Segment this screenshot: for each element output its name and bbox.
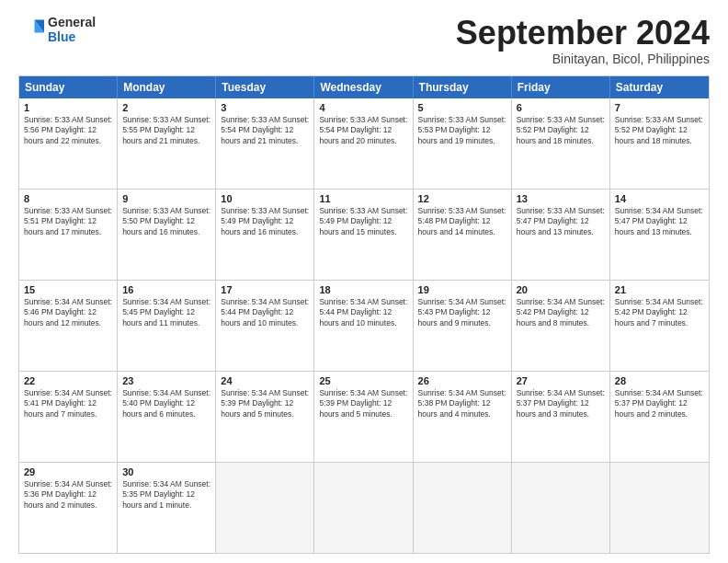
calendar-cell: 26Sunrise: 5:34 AM Sunset: 5:38 PM Dayli…: [414, 372, 512, 462]
calendar-cell: 11Sunrise: 5:33 AM Sunset: 5:49 PM Dayli…: [314, 190, 413, 280]
calendar-cell: 1Sunrise: 5:33 AM Sunset: 5:56 PM Daylig…: [19, 98, 118, 189]
calendar: Sunday Monday Tuesday Wednesday Thursday…: [18, 75, 710, 554]
calendar-cell: 8Sunrise: 5:33 AM Sunset: 5:51 PM Daylig…: [19, 190, 118, 280]
day-content: Sunrise: 5:33 AM Sunset: 5:47 PM Dayligh…: [517, 206, 605, 237]
calendar-cell: [610, 463, 709, 553]
header-tuesday: Tuesday: [216, 76, 314, 98]
day-number: 12: [418, 193, 506, 204]
day-number: 16: [122, 284, 210, 295]
day-number: 27: [517, 375, 605, 386]
day-content: Sunrise: 5:33 AM Sunset: 5:54 PM Dayligh…: [221, 115, 309, 146]
day-content: Sunrise: 5:33 AM Sunset: 5:54 PM Dayligh…: [319, 115, 407, 146]
calendar-cell: 28Sunrise: 5:34 AM Sunset: 5:37 PM Dayli…: [610, 372, 709, 462]
day-content: Sunrise: 5:34 AM Sunset: 5:44 PM Dayligh…: [319, 297, 407, 328]
header-thursday: Thursday: [414, 76, 512, 98]
day-content: Sunrise: 5:34 AM Sunset: 5:36 PM Dayligh…: [24, 479, 112, 511]
day-content: Sunrise: 5:34 AM Sunset: 5:42 PM Dayligh…: [517, 297, 605, 328]
calendar-cell: 16Sunrise: 5:34 AM Sunset: 5:45 PM Dayli…: [118, 281, 216, 371]
day-number: 20: [517, 284, 605, 295]
calendar-cell: 25Sunrise: 5:34 AM Sunset: 5:39 PM Dayli…: [314, 372, 413, 462]
day-number: 4: [319, 102, 407, 113]
calendar-cell: 5Sunrise: 5:33 AM Sunset: 5:53 PM Daylig…: [414, 98, 512, 189]
day-content: Sunrise: 5:33 AM Sunset: 5:48 PM Dayligh…: [418, 206, 506, 237]
day-number: 7: [615, 102, 704, 113]
calendar-row: 1Sunrise: 5:33 AM Sunset: 5:56 PM Daylig…: [19, 98, 709, 189]
calendar-cell: 27Sunrise: 5:34 AM Sunset: 5:37 PM Dayli…: [512, 372, 610, 462]
header-monday: Monday: [118, 76, 216, 98]
day-content: Sunrise: 5:33 AM Sunset: 5:55 PM Dayligh…: [122, 115, 210, 146]
header-wednesday: Wednesday: [314, 76, 413, 98]
day-content: Sunrise: 5:34 AM Sunset: 5:46 PM Dayligh…: [24, 297, 112, 328]
calendar-cell: [512, 463, 610, 553]
calendar-cell: 17Sunrise: 5:34 AM Sunset: 5:44 PM Dayli…: [216, 281, 314, 371]
logo-icon: [18, 17, 44, 42]
subtitle: Binitayan, Bicol, Philippines: [456, 52, 710, 66]
logo: General Blue: [18, 15, 96, 44]
day-content: Sunrise: 5:33 AM Sunset: 5:49 PM Dayligh…: [319, 206, 407, 237]
month-title: September 2024: [456, 15, 710, 52]
calendar-cell: 9Sunrise: 5:33 AM Sunset: 5:50 PM Daylig…: [118, 190, 216, 280]
day-content: Sunrise: 5:34 AM Sunset: 5:41 PM Dayligh…: [24, 388, 112, 419]
day-number: 22: [24, 375, 112, 386]
calendar-cell: 24Sunrise: 5:34 AM Sunset: 5:39 PM Dayli…: [216, 372, 314, 462]
calendar-cell: [216, 463, 314, 553]
day-number: 29: [24, 466, 112, 477]
day-number: 6: [517, 102, 605, 113]
day-number: 11: [319, 193, 407, 204]
day-content: Sunrise: 5:34 AM Sunset: 5:42 PM Dayligh…: [615, 297, 704, 328]
calendar-cell: 18Sunrise: 5:34 AM Sunset: 5:44 PM Dayli…: [314, 281, 413, 371]
calendar-row: 22Sunrise: 5:34 AM Sunset: 5:41 PM Dayli…: [19, 371, 709, 462]
day-content: Sunrise: 5:33 AM Sunset: 5:52 PM Dayligh…: [615, 115, 704, 146]
calendar-row: 8Sunrise: 5:33 AM Sunset: 5:51 PM Daylig…: [19, 189, 709, 280]
header: General Blue September 2024 Binitayan, B…: [18, 15, 710, 66]
day-number: 14: [615, 193, 704, 204]
logo-text: General Blue: [48, 15, 96, 44]
calendar-cell: 12Sunrise: 5:33 AM Sunset: 5:48 PM Dayli…: [414, 190, 512, 280]
day-number: 15: [24, 284, 112, 295]
calendar-cell: 3Sunrise: 5:33 AM Sunset: 5:54 PM Daylig…: [216, 98, 314, 189]
day-content: Sunrise: 5:33 AM Sunset: 5:51 PM Dayligh…: [24, 206, 112, 237]
day-number: 28: [615, 375, 704, 386]
day-number: 2: [122, 102, 210, 113]
calendar-row: 15Sunrise: 5:34 AM Sunset: 5:46 PM Dayli…: [19, 280, 709, 371]
day-content: Sunrise: 5:34 AM Sunset: 5:37 PM Dayligh…: [517, 388, 605, 419]
header-sunday: Sunday: [19, 76, 118, 98]
day-content: Sunrise: 5:34 AM Sunset: 5:47 PM Dayligh…: [615, 206, 704, 237]
calendar-cell: 21Sunrise: 5:34 AM Sunset: 5:42 PM Dayli…: [610, 281, 709, 371]
day-number: 25: [319, 375, 407, 386]
day-number: 18: [319, 284, 407, 295]
calendar-cell: 30Sunrise: 5:34 AM Sunset: 5:35 PM Dayli…: [118, 463, 216, 553]
page: General Blue September 2024 Binitayan, B…: [0, 0, 728, 563]
day-content: Sunrise: 5:34 AM Sunset: 5:40 PM Dayligh…: [122, 388, 210, 419]
calendar-cell: [314, 463, 413, 553]
day-number: 8: [24, 193, 112, 204]
day-number: 13: [517, 193, 605, 204]
calendar-cell: 22Sunrise: 5:34 AM Sunset: 5:41 PM Dayli…: [19, 372, 118, 462]
day-number: 26: [418, 375, 506, 386]
calendar-cell: 13Sunrise: 5:33 AM Sunset: 5:47 PM Dayli…: [512, 190, 610, 280]
day-content: Sunrise: 5:33 AM Sunset: 5:49 PM Dayligh…: [221, 206, 309, 237]
calendar-cell: [414, 463, 512, 553]
day-content: Sunrise: 5:34 AM Sunset: 5:38 PM Dayligh…: [418, 388, 506, 419]
day-content: Sunrise: 5:33 AM Sunset: 5:52 PM Dayligh…: [517, 115, 605, 146]
day-number: 21: [615, 284, 704, 295]
day-number: 1: [24, 102, 112, 113]
calendar-cell: 19Sunrise: 5:34 AM Sunset: 5:43 PM Dayli…: [414, 281, 512, 371]
calendar-cell: 14Sunrise: 5:34 AM Sunset: 5:47 PM Dayli…: [610, 190, 709, 280]
day-number: 17: [221, 284, 309, 295]
header-friday: Friday: [512, 76, 610, 98]
day-content: Sunrise: 5:34 AM Sunset: 5:44 PM Dayligh…: [221, 297, 309, 328]
calendar-cell: 7Sunrise: 5:33 AM Sunset: 5:52 PM Daylig…: [610, 98, 709, 189]
calendar-cell: 23Sunrise: 5:34 AM Sunset: 5:40 PM Dayli…: [118, 372, 216, 462]
calendar-header: Sunday Monday Tuesday Wednesday Thursday…: [19, 76, 709, 98]
day-number: 10: [221, 193, 309, 204]
calendar-cell: 10Sunrise: 5:33 AM Sunset: 5:49 PM Dayli…: [216, 190, 314, 280]
day-content: Sunrise: 5:34 AM Sunset: 5:39 PM Dayligh…: [319, 388, 407, 419]
day-content: Sunrise: 5:33 AM Sunset: 5:50 PM Dayligh…: [122, 206, 210, 237]
day-number: 30: [122, 466, 210, 477]
day-number: 23: [122, 375, 210, 386]
title-section: September 2024 Binitayan, Bicol, Philipp…: [456, 15, 710, 66]
day-content: Sunrise: 5:34 AM Sunset: 5:43 PM Dayligh…: [418, 297, 506, 328]
calendar-body: 1Sunrise: 5:33 AM Sunset: 5:56 PM Daylig…: [19, 98, 709, 553]
day-content: Sunrise: 5:34 AM Sunset: 5:45 PM Dayligh…: [122, 297, 210, 328]
